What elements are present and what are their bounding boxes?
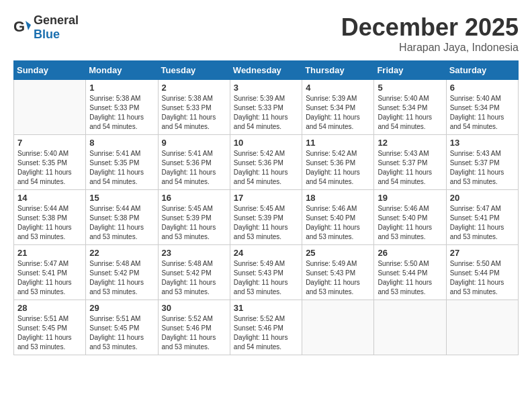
weekday-row: SundayMondayTuesdayWednesdayThursdayFrid… [14,61,519,80]
calendar-cell [14,80,86,135]
logo-general: General [34,13,79,27]
day-number: 7 [17,138,82,148]
weekday-header: Wednesday [230,61,302,80]
calendar-cell: 31Sunrise: 5:52 AMSunset: 5:46 PMDayligh… [230,300,302,355]
calendar-cell: 14Sunrise: 5:44 AMSunset: 5:38 PMDayligh… [14,190,86,245]
calendar-cell: 29Sunrise: 5:51 AMSunset: 5:45 PMDayligh… [86,300,158,355]
cell-info: Sunrise: 5:41 AMSunset: 5:35 PMDaylight:… [89,149,154,187]
logo: G General Blue [13,13,79,42]
cell-info: Sunrise: 5:42 AMSunset: 5:36 PMDaylight:… [306,149,370,187]
calendar-cell: 6Sunrise: 5:40 AMSunset: 5:34 PMDaylight… [446,80,518,135]
calendar-cell: 10Sunrise: 5:42 AMSunset: 5:36 PMDayligh… [230,135,302,190]
calendar-cell: 24Sunrise: 5:49 AMSunset: 5:43 PMDayligh… [230,245,302,300]
cell-info: Sunrise: 5:40 AMSunset: 5:34 PMDaylight:… [378,94,442,132]
day-number: 21 [17,248,82,258]
day-number: 22 [89,248,154,258]
cell-info: Sunrise: 5:49 AMSunset: 5:43 PMDaylight:… [306,259,370,297]
calendar-cell: 17Sunrise: 5:45 AMSunset: 5:39 PMDayligh… [230,190,302,245]
calendar-week-row: 21Sunrise: 5:47 AMSunset: 5:41 PMDayligh… [14,245,519,300]
day-number: 15 [89,193,154,203]
day-number: 31 [234,303,298,313]
cell-info: Sunrise: 5:39 AMSunset: 5:33 PMDaylight:… [234,94,298,132]
cell-info: Sunrise: 5:39 AMSunset: 5:34 PMDaylight:… [306,94,370,132]
cell-info: Sunrise: 5:52 AMSunset: 5:46 PMDaylight:… [162,314,226,352]
calendar-cell [374,300,446,355]
day-number: 13 [450,138,515,148]
calendar-cell: 5Sunrise: 5:40 AMSunset: 5:34 PMDaylight… [374,80,446,135]
logo-icon: G [13,18,32,37]
day-number: 26 [378,248,442,258]
day-number: 11 [306,138,370,148]
cell-info: Sunrise: 5:45 AMSunset: 5:39 PMDaylight:… [234,204,298,242]
day-number: 25 [306,248,370,258]
cell-info: Sunrise: 5:40 AMSunset: 5:34 PMDaylight:… [450,94,515,132]
calendar-header: SundayMondayTuesdayWednesdayThursdayFrid… [14,61,519,80]
day-number: 8 [89,138,154,148]
calendar-cell: 19Sunrise: 5:46 AMSunset: 5:40 PMDayligh… [374,190,446,245]
cell-info: Sunrise: 5:44 AMSunset: 5:38 PMDaylight:… [17,204,82,242]
weekday-header: Thursday [302,61,374,80]
day-number: 16 [162,193,226,203]
day-number: 27 [450,248,515,258]
calendar-cell: 27Sunrise: 5:50 AMSunset: 5:44 PMDayligh… [446,245,518,300]
cell-info: Sunrise: 5:47 AMSunset: 5:41 PMDaylight:… [17,259,82,297]
calendar-cell: 7Sunrise: 5:40 AMSunset: 5:35 PMDaylight… [14,135,86,190]
title-block: December 2025 Harapan Jaya, Indonesia [341,13,519,54]
calendar-cell: 30Sunrise: 5:52 AMSunset: 5:46 PMDayligh… [158,300,230,355]
calendar-week-row: 1Sunrise: 5:38 AMSunset: 5:33 PMDaylight… [14,80,519,135]
page-header: G General Blue December 2025 Harapan Jay… [13,13,519,54]
cell-info: Sunrise: 5:48 AMSunset: 5:42 PMDaylight:… [89,259,154,297]
calendar-cell: 20Sunrise: 5:47 AMSunset: 5:41 PMDayligh… [446,190,518,245]
calendar-cell: 28Sunrise: 5:51 AMSunset: 5:45 PMDayligh… [14,300,86,355]
day-number: 4 [306,83,370,93]
calendar-cell: 26Sunrise: 5:50 AMSunset: 5:44 PMDayligh… [374,245,446,300]
day-number: 9 [162,138,226,148]
logo-blue: Blue [34,28,60,41]
calendar-cell: 12Sunrise: 5:43 AMSunset: 5:37 PMDayligh… [374,135,446,190]
day-number: 17 [234,193,298,203]
cell-info: Sunrise: 5:48 AMSunset: 5:42 PMDaylight:… [162,259,226,297]
weekday-header: Tuesday [158,61,230,80]
day-number: 29 [89,303,154,313]
day-number: 24 [234,248,298,258]
weekday-header: Saturday [446,61,518,80]
location-title: Harapan Jaya, Indonesia [341,42,519,54]
cell-info: Sunrise: 5:49 AMSunset: 5:43 PMDaylight:… [234,259,298,297]
cell-info: Sunrise: 5:38 AMSunset: 5:33 PMDaylight:… [162,94,226,132]
logo-text: General Blue [34,13,79,42]
calendar-week-row: 14Sunrise: 5:44 AMSunset: 5:38 PMDayligh… [14,190,519,245]
cell-info: Sunrise: 5:51 AMSunset: 5:45 PMDaylight:… [17,314,82,352]
day-number: 23 [162,248,226,258]
day-number: 2 [162,83,226,93]
calendar-cell [302,300,374,355]
cell-info: Sunrise: 5:50 AMSunset: 5:44 PMDaylight:… [450,259,515,297]
cell-info: Sunrise: 5:40 AMSunset: 5:35 PMDaylight:… [17,149,82,187]
calendar-cell: 8Sunrise: 5:41 AMSunset: 5:35 PMDaylight… [86,135,158,190]
calendar-cell: 18Sunrise: 5:46 AMSunset: 5:40 PMDayligh… [302,190,374,245]
cell-info: Sunrise: 5:46 AMSunset: 5:40 PMDaylight:… [378,204,442,242]
weekday-header: Monday [86,61,158,80]
calendar-week-row: 7Sunrise: 5:40 AMSunset: 5:35 PMDaylight… [14,135,519,190]
cell-info: Sunrise: 5:46 AMSunset: 5:40 PMDaylight:… [306,204,370,242]
weekday-header: Friday [374,61,446,80]
cell-info: Sunrise: 5:50 AMSunset: 5:44 PMDaylight:… [378,259,442,297]
month-title: December 2025 [341,13,519,42]
calendar-cell: 4Sunrise: 5:39 AMSunset: 5:34 PMDaylight… [302,80,374,135]
day-number: 12 [378,138,442,148]
day-number: 10 [234,138,298,148]
cell-info: Sunrise: 5:47 AMSunset: 5:41 PMDaylight:… [450,204,515,242]
calendar-cell: 11Sunrise: 5:42 AMSunset: 5:36 PMDayligh… [302,135,374,190]
calendar-cell [446,300,518,355]
day-number: 20 [450,193,515,203]
svg-text:G: G [13,18,25,35]
cell-info: Sunrise: 5:44 AMSunset: 5:38 PMDaylight:… [89,204,154,242]
day-number: 18 [306,193,370,203]
calendar-cell: 3Sunrise: 5:39 AMSunset: 5:33 PMDaylight… [230,80,302,135]
day-number: 5 [378,83,442,93]
calendar-cell: 21Sunrise: 5:47 AMSunset: 5:41 PMDayligh… [14,245,86,300]
cell-info: Sunrise: 5:43 AMSunset: 5:37 PMDaylight:… [450,149,515,187]
calendar-cell: 2Sunrise: 5:38 AMSunset: 5:33 PMDaylight… [158,80,230,135]
weekday-header: Sunday [14,61,86,80]
calendar-cell: 15Sunrise: 5:44 AMSunset: 5:38 PMDayligh… [86,190,158,245]
calendar-cell: 25Sunrise: 5:49 AMSunset: 5:43 PMDayligh… [302,245,374,300]
